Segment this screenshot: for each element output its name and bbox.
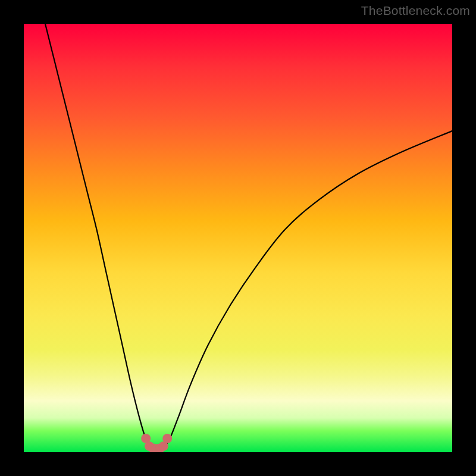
watermark-text: TheBottleneck.com [361,4,470,18]
marker-group [141,434,172,452]
chart-frame: TheBottleneck.com [0,0,476,476]
curve-svg [24,24,452,452]
highlight-dot [162,434,172,443]
bottleneck-curve [45,24,452,450]
curve-group [45,24,452,450]
plot-area [24,24,452,452]
